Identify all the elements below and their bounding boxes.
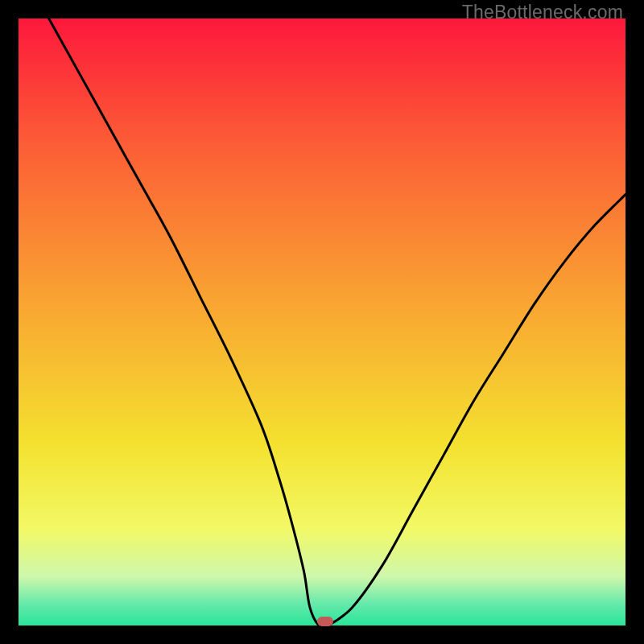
watermark-text: TheBottleneck.com	[462, 2, 623, 23]
optimum-marker	[317, 617, 333, 626]
chart-frame	[19, 19, 625, 625]
bottleneck-chart	[19, 19, 625, 625]
gradient-background	[19, 19, 625, 625]
